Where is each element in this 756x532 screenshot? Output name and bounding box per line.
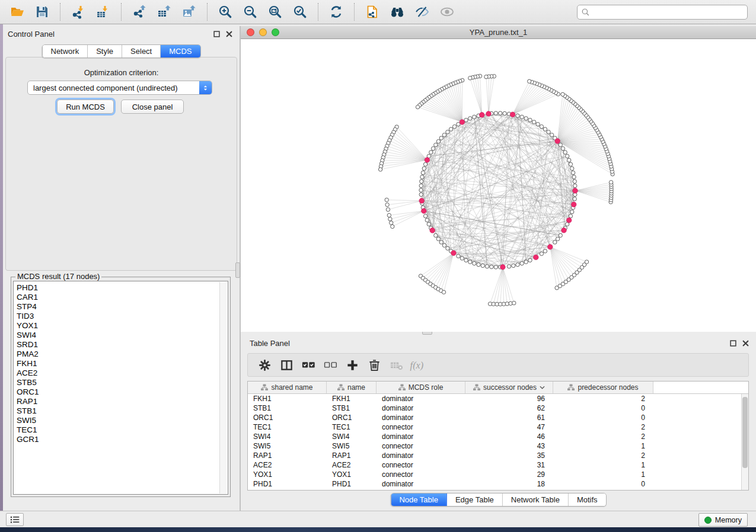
mcds-result-item[interactable]: ACE2 (17, 368, 228, 378)
control-panel-title: Control Panel (8, 30, 55, 39)
import-table-button[interactable] (93, 3, 113, 21)
delete-row-icon (368, 358, 381, 372)
close-panel-button[interactable] (226, 31, 232, 37)
add-row-button[interactable] (342, 355, 363, 374)
criterion-select[interactable]: largest connected component (undirected) (27, 81, 212, 95)
mcds-result-item[interactable]: CAR1 (17, 293, 228, 302)
table-row[interactable]: ACE2ACE2connector311 (248, 460, 748, 470)
eye-button[interactable] (437, 3, 457, 21)
zoom-fit-button[interactable] (265, 3, 285, 21)
column-header-mcds-role[interactable]: MCDS role (377, 382, 465, 393)
mcds-result-item[interactable]: ORC1 (17, 387, 228, 397)
table-cell: FKH1 (248, 395, 327, 403)
refresh-network-button[interactable] (326, 3, 346, 21)
mcds-result-item[interactable]: STB5 (17, 378, 228, 387)
memory-button[interactable]: Memory (698, 513, 748, 527)
mcds-result-item[interactable]: FKH1 (17, 359, 228, 368)
tab-mcds[interactable]: MCDS (161, 45, 200, 57)
mcds-result-item[interactable]: STB1 (17, 406, 228, 416)
table-header-row: shared namenameMCDS rolesuccessor nodesp… (248, 382, 748, 394)
toolbar-separator (60, 3, 60, 21)
tab-network[interactable]: Network (42, 45, 88, 57)
mcds-result-item[interactable]: RAP1 (17, 397, 228, 406)
column-label: predecessor nodes (578, 383, 638, 392)
table-row[interactable]: PHD1PHD1dominator180 (248, 479, 748, 489)
export-table-button[interactable] (154, 3, 174, 21)
show-panels-button[interactable] (6, 513, 24, 526)
table-row[interactable]: FKH1FKH1dominator962 (248, 394, 748, 403)
mcds-result-item[interactable]: SWI4 (17, 331, 228, 340)
destroy-table-button[interactable] (385, 355, 407, 374)
zoom-selected-icon (293, 5, 307, 19)
column-header-successor-nodes[interactable]: successor nodes (465, 382, 553, 393)
eye-hidden-button[interactable] (412, 3, 432, 21)
function-builder-button[interactable]: f(x) (407, 355, 429, 374)
search-input[interactable] (592, 8, 744, 17)
tab-style[interactable]: Style (88, 45, 122, 57)
save-session-button[interactable] (32, 3, 52, 21)
result-list-scrollbar[interactable] (219, 282, 227, 493)
table-cell: dominator (377, 480, 465, 488)
mcds-result-item[interactable]: YOX1 (17, 321, 228, 331)
table-scrollbar-thumb[interactable] (742, 397, 748, 468)
deselect-all-button[interactable] (320, 355, 342, 374)
zoom-in-button[interactable] (215, 3, 235, 21)
criterion-selected-value: largest connected component (undirected) (28, 84, 199, 92)
zoom-selected-button[interactable] (290, 3, 310, 21)
column-view-button[interactable] (276, 355, 298, 374)
close-table-panel-button[interactable] (742, 340, 749, 347)
attribute-type-icon (567, 384, 575, 391)
zoom-out-button[interactable] (240, 3, 260, 21)
table-cell: 2 (553, 395, 653, 403)
tab-edge-table[interactable]: Edge Table (447, 493, 503, 506)
table-row[interactable]: STB1STB1dominator620 (248, 403, 748, 413)
table-row[interactable]: ORC1ORC1dominator610 (248, 413, 748, 422)
delete-row-button[interactable] (363, 355, 385, 374)
import-network-button[interactable] (68, 3, 88, 21)
tab-node-table[interactable]: Node Table (391, 493, 447, 506)
attribute-type-icon (473, 384, 480, 391)
mcds-result-item[interactable]: TID3 (17, 312, 228, 321)
table-row[interactable]: SWI5SWI5connector431 (248, 441, 748, 451)
minimize-window-button[interactable] (259, 28, 267, 36)
table-cell: TEC1 (327, 423, 377, 431)
network-from-document-button[interactable] (362, 3, 382, 21)
maximize-window-button[interactable] (272, 28, 279, 36)
mcds-result-item[interactable]: PMA2 (17, 350, 228, 359)
table-body: FKH1FKH1dominator962STB1STB1dominator620… (248, 394, 748, 489)
table-row[interactable]: SWI4SWI4dominator462 (248, 432, 748, 441)
close-panel-button-2[interactable]: Close panel (121, 100, 184, 114)
tab-network-table[interactable]: Network Table (503, 493, 569, 506)
tab-motifs[interactable]: Motifs (569, 493, 606, 506)
table-row[interactable]: RAP1RAP1dominator352 (248, 451, 748, 460)
table-row[interactable]: YOX1YOX1connector291 (248, 470, 748, 479)
run-mcds-button[interactable]: Run MCDS (57, 100, 114, 114)
column-header-predecessor-nodes[interactable]: predecessor nodes (553, 382, 653, 393)
open-folder-button[interactable] (7, 3, 27, 21)
export-image-button[interactable] (179, 3, 199, 21)
control-panel: Control Panel NetworkStyleSelectMCDS Opt… (3, 26, 240, 511)
column-header-shared-name[interactable]: shared name (248, 382, 327, 393)
mcds-result-item[interactable]: GCR1 (17, 435, 228, 444)
tab-select[interactable]: Select (122, 45, 161, 57)
close-window-button[interactable] (247, 28, 254, 36)
network-graph[interactable] (241, 39, 756, 332)
table-settings-button[interactable] (254, 355, 276, 374)
mcds-result-item[interactable]: STP4 (17, 302, 228, 312)
toolbar-separator (207, 3, 208, 21)
mcds-result-item[interactable]: SWI5 (17, 416, 228, 425)
mcds-result-item[interactable]: TEC1 (17, 425, 228, 435)
float-table-panel-button[interactable] (730, 340, 736, 347)
export-network-button[interactable] (129, 3, 149, 21)
mcds-result-item[interactable]: PHD1 (17, 283, 228, 293)
column-label: name (347, 383, 365, 392)
network-canvas[interactable] (241, 39, 756, 332)
float-panel-button[interactable] (213, 31, 220, 37)
vertical-splitter-handle[interactable] (235, 262, 240, 278)
table-scrollbar[interactable] (741, 394, 748, 490)
binoculars-button[interactable] (387, 3, 407, 21)
select-all-button[interactable] (298, 355, 320, 374)
mcds-result-item[interactable]: SRD1 (17, 340, 228, 350)
table-row[interactable]: TEC1TEC1connector472 (248, 422, 748, 432)
column-header-name[interactable]: name (327, 382, 377, 393)
